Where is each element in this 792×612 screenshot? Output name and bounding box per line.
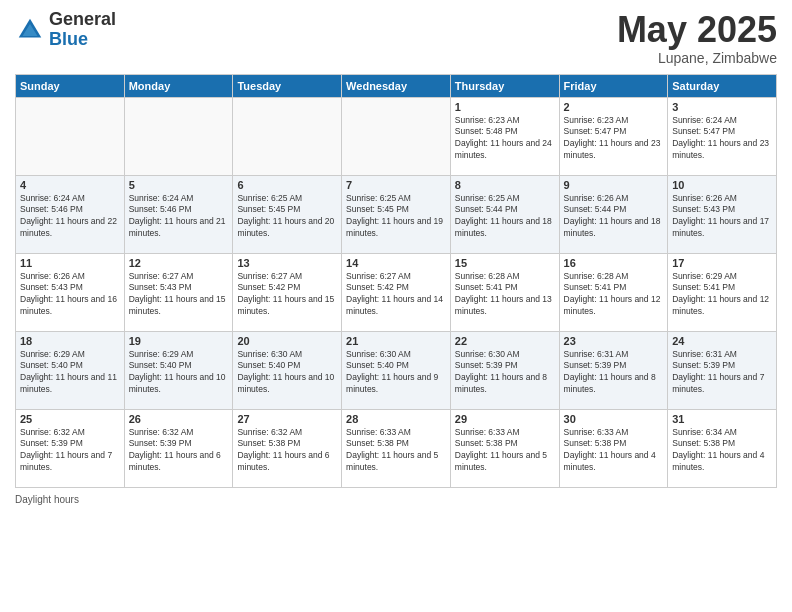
day-number: 12 <box>129 257 229 269</box>
day-info: Sunrise: 6:27 AMSunset: 5:43 PMDaylight:… <box>129 271 229 319</box>
day-number: 17 <box>672 257 772 269</box>
calendar-week-row: 1Sunrise: 6:23 AMSunset: 5:48 PMDaylight… <box>16 97 777 175</box>
day-info: Sunrise: 6:25 AMSunset: 5:45 PMDaylight:… <box>237 193 337 241</box>
day-info: Sunrise: 6:30 AMSunset: 5:40 PMDaylight:… <box>237 349 337 397</box>
table-row: 31Sunrise: 6:34 AMSunset: 5:38 PMDayligh… <box>668 409 777 487</box>
day-info: Sunrise: 6:23 AMSunset: 5:47 PMDaylight:… <box>564 115 664 163</box>
day-number: 7 <box>346 179 446 191</box>
day-number: 25 <box>20 413 120 425</box>
day-info: Sunrise: 6:33 AMSunset: 5:38 PMDaylight:… <box>564 427 664 475</box>
day-number: 21 <box>346 335 446 347</box>
day-number: 11 <box>20 257 120 269</box>
calendar-table: Sunday Monday Tuesday Wednesday Thursday… <box>15 74 777 488</box>
table-row: 25Sunrise: 6:32 AMSunset: 5:39 PMDayligh… <box>16 409 125 487</box>
day-number: 10 <box>672 179 772 191</box>
table-row: 8Sunrise: 6:25 AMSunset: 5:44 PMDaylight… <box>450 175 559 253</box>
day-info: Sunrise: 6:32 AMSunset: 5:39 PMDaylight:… <box>20 427 120 475</box>
table-row: 20Sunrise: 6:30 AMSunset: 5:40 PMDayligh… <box>233 331 342 409</box>
day-number: 18 <box>20 335 120 347</box>
day-info: Sunrise: 6:27 AMSunset: 5:42 PMDaylight:… <box>237 271 337 319</box>
day-info: Sunrise: 6:33 AMSunset: 5:38 PMDaylight:… <box>455 427 555 475</box>
col-tuesday: Tuesday <box>233 74 342 97</box>
day-info: Sunrise: 6:29 AMSunset: 5:40 PMDaylight:… <box>20 349 120 397</box>
day-info: Sunrise: 6:27 AMSunset: 5:42 PMDaylight:… <box>346 271 446 319</box>
day-info: Sunrise: 6:31 AMSunset: 5:39 PMDaylight:… <box>564 349 664 397</box>
calendar-week-row: 11Sunrise: 6:26 AMSunset: 5:43 PMDayligh… <box>16 253 777 331</box>
table-row <box>16 97 125 175</box>
table-row <box>233 97 342 175</box>
day-number: 22 <box>455 335 555 347</box>
table-row: 16Sunrise: 6:28 AMSunset: 5:41 PMDayligh… <box>559 253 668 331</box>
day-number: 27 <box>237 413 337 425</box>
table-row: 18Sunrise: 6:29 AMSunset: 5:40 PMDayligh… <box>16 331 125 409</box>
table-row: 26Sunrise: 6:32 AMSunset: 5:39 PMDayligh… <box>124 409 233 487</box>
table-row: 24Sunrise: 6:31 AMSunset: 5:39 PMDayligh… <box>668 331 777 409</box>
day-number: 4 <box>20 179 120 191</box>
day-info: Sunrise: 6:30 AMSunset: 5:39 PMDaylight:… <box>455 349 555 397</box>
day-info: Sunrise: 6:30 AMSunset: 5:40 PMDaylight:… <box>346 349 446 397</box>
day-number: 23 <box>564 335 664 347</box>
calendar-week-row: 18Sunrise: 6:29 AMSunset: 5:40 PMDayligh… <box>16 331 777 409</box>
logo-blue-text: Blue <box>49 30 116 50</box>
day-info: Sunrise: 6:24 AMSunset: 5:47 PMDaylight:… <box>672 115 772 163</box>
day-info: Sunrise: 6:29 AMSunset: 5:41 PMDaylight:… <box>672 271 772 319</box>
logo: General Blue <box>15 10 116 50</box>
table-row: 13Sunrise: 6:27 AMSunset: 5:42 PMDayligh… <box>233 253 342 331</box>
day-info: Sunrise: 6:28 AMSunset: 5:41 PMDaylight:… <box>564 271 664 319</box>
table-row <box>124 97 233 175</box>
calendar-title: May 2025 <box>617 10 777 50</box>
day-number: 6 <box>237 179 337 191</box>
day-number: 31 <box>672 413 772 425</box>
table-row: 30Sunrise: 6:33 AMSunset: 5:38 PMDayligh… <box>559 409 668 487</box>
table-row: 3Sunrise: 6:24 AMSunset: 5:47 PMDaylight… <box>668 97 777 175</box>
col-friday: Friday <box>559 74 668 97</box>
day-number: 13 <box>237 257 337 269</box>
calendar-week-row: 4Sunrise: 6:24 AMSunset: 5:46 PMDaylight… <box>16 175 777 253</box>
day-number: 16 <box>564 257 664 269</box>
table-row: 15Sunrise: 6:28 AMSunset: 5:41 PMDayligh… <box>450 253 559 331</box>
daylight-label: Daylight hours <box>15 494 79 505</box>
day-number: 29 <box>455 413 555 425</box>
day-info: Sunrise: 6:29 AMSunset: 5:40 PMDaylight:… <box>129 349 229 397</box>
col-wednesday: Wednesday <box>342 74 451 97</box>
calendar-subtitle: Lupane, Zimbabwe <box>617 50 777 66</box>
logo-general-text: General <box>49 10 116 30</box>
table-row: 28Sunrise: 6:33 AMSunset: 5:38 PMDayligh… <box>342 409 451 487</box>
day-number: 20 <box>237 335 337 347</box>
header-row: Sunday Monday Tuesday Wednesday Thursday… <box>16 74 777 97</box>
day-number: 30 <box>564 413 664 425</box>
table-row <box>342 97 451 175</box>
day-info: Sunrise: 6:26 AMSunset: 5:43 PMDaylight:… <box>20 271 120 319</box>
logo-icon <box>15 15 45 45</box>
day-number: 15 <box>455 257 555 269</box>
table-row: 27Sunrise: 6:32 AMSunset: 5:38 PMDayligh… <box>233 409 342 487</box>
table-row: 7Sunrise: 6:25 AMSunset: 5:45 PMDaylight… <box>342 175 451 253</box>
table-row: 10Sunrise: 6:26 AMSunset: 5:43 PMDayligh… <box>668 175 777 253</box>
table-row: 12Sunrise: 6:27 AMSunset: 5:43 PMDayligh… <box>124 253 233 331</box>
table-row: 19Sunrise: 6:29 AMSunset: 5:40 PMDayligh… <box>124 331 233 409</box>
day-info: Sunrise: 6:34 AMSunset: 5:38 PMDaylight:… <box>672 427 772 475</box>
day-number: 1 <box>455 101 555 113</box>
day-info: Sunrise: 6:28 AMSunset: 5:41 PMDaylight:… <box>455 271 555 319</box>
day-number: 2 <box>564 101 664 113</box>
day-info: Sunrise: 6:32 AMSunset: 5:39 PMDaylight:… <box>129 427 229 475</box>
title-block: May 2025 Lupane, Zimbabwe <box>617 10 777 66</box>
day-number: 3 <box>672 101 772 113</box>
table-row: 4Sunrise: 6:24 AMSunset: 5:46 PMDaylight… <box>16 175 125 253</box>
calendar-week-row: 25Sunrise: 6:32 AMSunset: 5:39 PMDayligh… <box>16 409 777 487</box>
table-row: 23Sunrise: 6:31 AMSunset: 5:39 PMDayligh… <box>559 331 668 409</box>
page: General Blue May 2025 Lupane, Zimbabwe S… <box>0 0 792 612</box>
day-number: 19 <box>129 335 229 347</box>
table-row: 5Sunrise: 6:24 AMSunset: 5:46 PMDaylight… <box>124 175 233 253</box>
table-row: 29Sunrise: 6:33 AMSunset: 5:38 PMDayligh… <box>450 409 559 487</box>
day-number: 5 <box>129 179 229 191</box>
day-number: 14 <box>346 257 446 269</box>
day-info: Sunrise: 6:26 AMSunset: 5:43 PMDaylight:… <box>672 193 772 241</box>
table-row: 6Sunrise: 6:25 AMSunset: 5:45 PMDaylight… <box>233 175 342 253</box>
col-thursday: Thursday <box>450 74 559 97</box>
table-row: 1Sunrise: 6:23 AMSunset: 5:48 PMDaylight… <box>450 97 559 175</box>
day-info: Sunrise: 6:32 AMSunset: 5:38 PMDaylight:… <box>237 427 337 475</box>
day-info: Sunrise: 6:24 AMSunset: 5:46 PMDaylight:… <box>20 193 120 241</box>
header: General Blue May 2025 Lupane, Zimbabwe <box>15 10 777 66</box>
logo-text: General Blue <box>49 10 116 50</box>
